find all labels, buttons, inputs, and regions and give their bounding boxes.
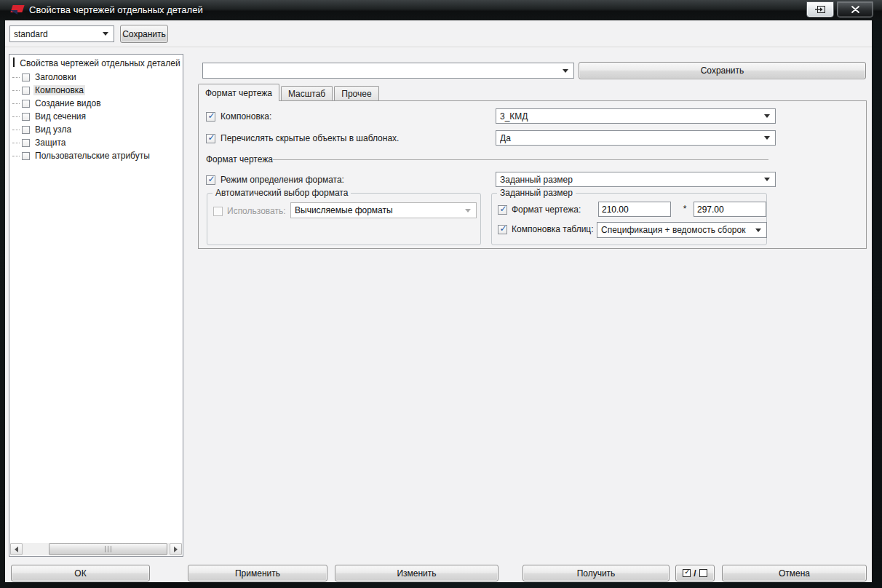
- auto-format-value: Вычисляемые форматы: [295, 205, 465, 215]
- format-height-field[interactable]: [694, 202, 766, 217]
- drawing-format-label: Формат чертежа:: [512, 204, 581, 215]
- layout-checkbox[interactable]: [206, 112, 215, 122]
- tree-item-checkbox[interactable]: [22, 87, 30, 95]
- tree-item-checkbox[interactable]: [22, 139, 30, 147]
- chevron-down-icon: [103, 32, 108, 36]
- tree-connector: [12, 116, 20, 117]
- close-icon: [851, 6, 859, 13]
- tree-item-checkbox[interactable]: [22, 113, 30, 121]
- tree-item-checkbox[interactable]: [22, 74, 30, 82]
- tree-item-zagolovki[interactable]: Заголовки: [9, 71, 183, 84]
- detach-window-button[interactable]: [806, 1, 834, 17]
- table-layout-checkbox[interactable]: [498, 225, 507, 234]
- tree-item-label: Вид узла: [33, 124, 73, 135]
- tree-item-label: Заголовки: [33, 72, 78, 82]
- layout-combobox[interactable]: 3_КМД: [496, 108, 776, 124]
- hidden-objects-combobox[interactable]: Да: [496, 130, 776, 146]
- toolbar-save-button[interactable]: Сохранить: [120, 25, 168, 43]
- tree-item-vid-uzla[interactable]: Вид узла: [9, 123, 183, 136]
- chevron-down-icon: [465, 209, 471, 212]
- settings-preset-value: standard: [14, 29, 103, 39]
- cancel-button[interactable]: Отмена: [722, 565, 867, 581]
- format-width-field[interactable]: [598, 202, 671, 217]
- triangle-right-icon: [174, 547, 178, 552]
- use-auto-format-label: Использовать:: [227, 206, 286, 216]
- tab-format-chertezha[interactable]: Формат чертежа: [198, 84, 279, 101]
- hidden-objects-checkbox[interactable]: [206, 134, 215, 143]
- tree-item-label: Пользовательские атрибуты: [33, 151, 151, 161]
- hidden-objects-value: Да: [500, 133, 764, 143]
- tree-item-checkbox[interactable]: [22, 100, 30, 108]
- tree-connector: [12, 103, 20, 104]
- tree-item-checkbox[interactable]: [22, 126, 30, 134]
- tree-item-vid-secheniya[interactable]: Вид сечения: [9, 110, 183, 123]
- tree-connector: [12, 156, 20, 156]
- use-auto-format-checkbox[interactable]: [213, 207, 223, 216]
- chevron-down-icon: [755, 229, 761, 232]
- tree-root-item[interactable]: Свойства чертежей отдельных деталей: [13, 57, 183, 69]
- separator-line: [273, 159, 768, 160]
- size-mode-row: Режим определения формата: Заданный разм…: [206, 172, 859, 188]
- main-save-button[interactable]: Сохранить: [579, 62, 866, 79]
- dialog-client-area: standard Сохранить Свойства чертежей отд…: [5, 20, 872, 582]
- tree-horizontal-scrollbar[interactable]: [10, 543, 182, 555]
- fixed-size-group-title: Заданный размер: [497, 188, 576, 198]
- triangle-left-icon: [15, 547, 18, 552]
- layout-row: Компоновка: 3_КМД: [206, 108, 859, 124]
- tree-item-label: Создание видов: [33, 98, 103, 108]
- window-title: Свойства чертежей отдельных деталей: [29, 4, 203, 15]
- drawing-format-checkbox[interactable]: [498, 205, 507, 215]
- size-mode-label: Режим определения формата:: [220, 175, 344, 185]
- modify-button[interactable]: Изменить: [335, 565, 498, 581]
- tree-item-label: Вид сечения: [33, 111, 87, 122]
- tree-root-marker: [13, 57, 15, 67]
- tree-item-zashchita[interactable]: Защита: [9, 136, 183, 149]
- scroll-left-button[interactable]: [10, 543, 23, 555]
- chevron-down-icon: [764, 114, 770, 118]
- auto-format-group-title: Автоматический выбор формата: [212, 188, 351, 198]
- tree-connector: [12, 90, 20, 91]
- chevron-down-icon: [563, 69, 568, 73]
- tree-item-komponovka[interactable]: Компоновка: [9, 84, 183, 97]
- scrollbar-thumb[interactable]: [49, 543, 167, 555]
- tree-item-label: Защита: [33, 138, 68, 148]
- tree-connector: [12, 143, 20, 143]
- apply-button[interactable]: Применить: [188, 565, 327, 581]
- desktop: { "window": { "title": "Свойства чертеже…: [0, 0, 882, 588]
- hidden-objects-label: Перечислять скрытые объекты в шаблонах.: [220, 133, 399, 143]
- format-section-label: Формат чертежа: [206, 154, 273, 164]
- drawing-preset-combobox[interactable]: [202, 63, 574, 79]
- tree-item-label: Компоновка: [33, 85, 85, 95]
- get-button[interactable]: Получить: [523, 565, 670, 581]
- tab-masshtab[interactable]: Масштаб: [281, 86, 333, 100]
- ok-button[interactable]: ОК: [11, 565, 150, 581]
- size-mode-combobox[interactable]: Заданный размер: [496, 172, 776, 187]
- tree-item-polzovatelskie-atributy[interactable]: Пользовательские атрибуты: [9, 149, 183, 162]
- tree-root-label: Свойства чертежей отдельных деталей: [20, 58, 180, 68]
- tab-bar: Формат чертежа Масштаб Прочее: [198, 84, 381, 101]
- settings-preset-combobox[interactable]: standard: [9, 25, 114, 42]
- unchecked-box-icon: [699, 569, 707, 577]
- chevron-down-icon: [764, 178, 770, 181]
- table-layout-combobox[interactable]: Спецификация + ведомость сборок: [597, 222, 767, 238]
- tree-connector: [12, 130, 20, 130]
- auto-format-combobox[interactable]: Вычисляемые форматы: [290, 202, 477, 218]
- close-button[interactable]: [837, 1, 873, 17]
- layout-label: Компоновка:: [220, 111, 271, 122]
- tab-page-format: Компоновка: 3_КМД Перечислять скрытые об…: [198, 100, 867, 249]
- auto-format-groupbox: Автоматический выбор формата Использоват…: [207, 193, 481, 245]
- tree-item-checkbox[interactable]: [22, 152, 30, 160]
- size-mode-value: Заданный размер: [500, 175, 764, 185]
- tree-item-sozdanie-vidov[interactable]: Создание видов: [9, 97, 183, 110]
- scroll-right-button[interactable]: [170, 543, 182, 555]
- scrollbar-grip-icon: [105, 546, 111, 552]
- titlebar: Свойства чертежей отдельных деталей: [0, 0, 882, 20]
- format-section-separator: Формат чертежа: [206, 154, 859, 164]
- size-mode-checkbox[interactable]: [206, 175, 215, 185]
- detach-window-icon: [815, 5, 826, 14]
- tab-prochee[interactable]: Прочее: [334, 86, 378, 100]
- toggle-all-checkboxes-button[interactable]: /: [675, 565, 715, 581]
- toolbar-separator: [5, 47, 872, 47]
- tekla-logo-navy-shape: [10, 10, 17, 15]
- options-tree-panel: Свойства чертежей отдельных деталей Заго…: [9, 54, 183, 557]
